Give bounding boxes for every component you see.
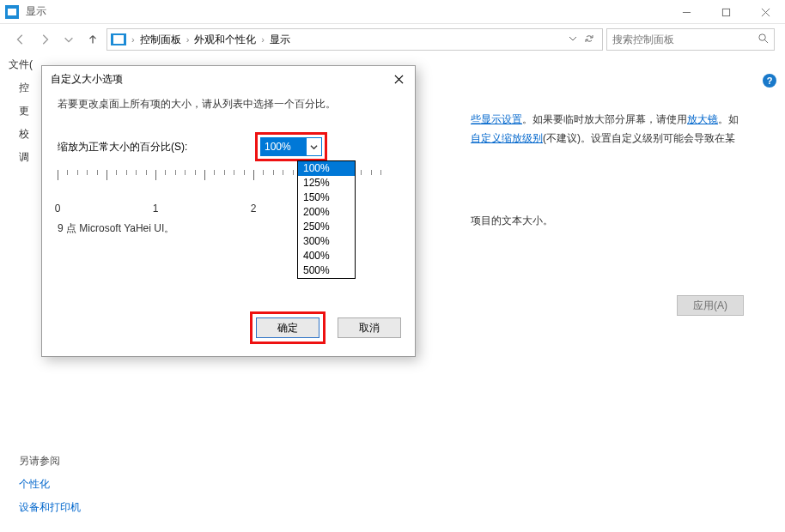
highlight-box: 确定: [250, 311, 326, 344]
scale-option[interactable]: 300%: [298, 234, 355, 249]
chevron-down-icon: [306, 138, 321, 155]
ruler-label-0: 0: [55, 203, 61, 215]
content-text: 自定义缩放级别(不建议)。设置自定义级别可能会导致在某: [471, 129, 785, 148]
svg-point-1: [759, 34, 765, 40]
search-input[interactable]: 搜索控制面板: [606, 28, 775, 51]
custom-size-dialog: 自定义大小选项 若要更改桌面上所有项的大小，请从列表中选择一个百分比。 缩放为正…: [41, 65, 416, 357]
crumb-page[interactable]: 显示: [270, 33, 290, 47]
up-button[interactable]: [82, 29, 103, 50]
address-dropdown[interactable]: [568, 33, 578, 46]
crumb-sep: ›: [186, 34, 190, 45]
highlight-box: 100%: [255, 132, 327, 161]
sidebar-item[interactable]: 校: [19, 127, 41, 142]
sidebar-item[interactable]: 调: [19, 150, 41, 165]
scale-combobox[interactable]: 100%: [260, 137, 322, 156]
sidebar-item[interactable]: 更: [19, 104, 41, 118]
apply-button[interactable]: 应用(A): [677, 295, 744, 316]
maximize-button[interactable]: [706, 0, 745, 24]
back-button[interactable]: [10, 29, 31, 50]
scale-option[interactable]: 100%: [298, 161, 355, 176]
control-panel-window: 显示 › 控制面板 ›: [0, 0, 785, 532]
dialog-close-button[interactable]: [387, 70, 410, 88]
ok-button[interactable]: 确定: [256, 317, 319, 338]
dialog-title: 自定义大小选项: [42, 66, 415, 92]
crumb-root[interactable]: 控制面板: [140, 33, 181, 47]
ruler-label-1: 1: [153, 203, 159, 215]
devices-printers-link[interactable]: 设备和打印机: [19, 500, 81, 515]
scale-option[interactable]: 200%: [298, 205, 355, 220]
nav-row: › 控制面板 › 外观和个性化 › 显示 搜索控制面板: [0, 24, 785, 55]
scale-option[interactable]: 500%: [298, 263, 355, 278]
custom-scaling-link[interactable]: 自定义缩放级别: [471, 132, 543, 144]
scale-label: 缩放为正常大小的百分比(S):: [58, 140, 255, 154]
content-text: 项目的文本大小。: [471, 211, 785, 230]
sidebar-item[interactable]: 控: [19, 81, 41, 95]
scale-selected-value: 100%: [261, 138, 306, 155]
content-text: 些显示设置。如果要临时放大部分屏幕，请使用放大镜。如: [471, 110, 785, 129]
see-also-header: 另请参阅: [19, 454, 81, 469]
scale-option[interactable]: 250%: [298, 220, 355, 234]
scale-dropdown-list[interactable]: 100% 125% 150% 200% 250% 300% 400% 500%: [297, 160, 356, 279]
refresh-button[interactable]: [580, 33, 599, 46]
recent-dropdown[interactable]: [58, 29, 79, 50]
titlebar: 显示: [0, 0, 785, 24]
crumb-category[interactable]: 外观和个性化: [194, 33, 256, 47]
forward-button[interactable]: [34, 29, 55, 50]
minimize-button[interactable]: [666, 0, 706, 24]
window-title: 显示: [26, 4, 46, 19]
file-menu[interactable]: 文件(: [9, 57, 33, 72]
control-panel-icon: [111, 33, 126, 45]
scale-option[interactable]: 400%: [298, 249, 355, 263]
magnifier-link[interactable]: 放大镜: [687, 113, 718, 125]
crumb-sep: ›: [131, 34, 135, 45]
ruler-label-2: 2: [251, 203, 257, 215]
cancel-button[interactable]: 取消: [338, 317, 401, 338]
display-icon: [5, 5, 19, 19]
display-settings-link[interactable]: 些显示设置: [471, 113, 522, 125]
personalization-link[interactable]: 个性化: [19, 477, 81, 492]
scale-option[interactable]: 125%: [298, 176, 355, 190]
svg-rect-0: [722, 9, 729, 15]
address-bar[interactable]: › 控制面板 › 外观和个性化 › 显示: [106, 28, 603, 51]
crumb-sep: ›: [261, 34, 265, 45]
search-placeholder: 搜索控制面板: [612, 33, 674, 47]
scale-option[interactable]: 150%: [298, 190, 355, 205]
dialog-instruction: 若要更改桌面上所有项的大小，请从列表中选择一个百分比。: [58, 97, 399, 112]
see-also: 另请参阅 个性化 设备和打印机: [19, 454, 81, 515]
close-button[interactable]: [745, 0, 785, 24]
search-icon: [758, 33, 769, 46]
